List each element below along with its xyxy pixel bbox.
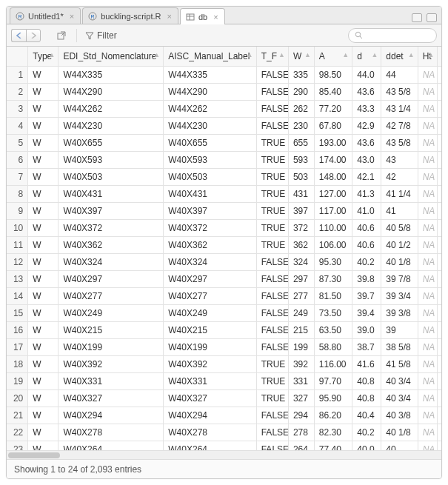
- cell: 297: [288, 270, 314, 287]
- cell: 40 3/8: [381, 407, 418, 424]
- table-row[interactable]: 6WW40X593W40X593TRUE593174.0043.043NANA: [7, 151, 441, 168]
- cell: 41 5/8: [381, 355, 418, 372]
- col-ht[interactable]: Ht▲: [418, 47, 438, 66]
- cell: 40.0: [352, 441, 381, 450]
- cell: W: [28, 321, 58, 338]
- table-row[interactable]: 1WW44X335W44X335FALSE33598.5044.044NANA: [7, 66, 441, 83]
- cell: 277: [288, 287, 314, 304]
- tab-buckling-script[interactable]: R buckling-script.R ×: [82, 7, 178, 24]
- cell: 40.2: [352, 424, 381, 441]
- table-row[interactable]: 12WW40X324W40X324FALSE32495.3040.240 1/8…: [7, 253, 441, 270]
- table-row[interactable]: 21WW40X294W40X294FALSE29486.2040.440 3/8…: [7, 407, 441, 424]
- close-icon[interactable]: ×: [167, 12, 171, 21]
- cell: FALSE: [256, 253, 288, 270]
- table-row[interactable]: 13WW40X297W40X297FALSE29787.3039.839 7/8…: [7, 270, 441, 287]
- cell: W40X593: [58, 151, 164, 168]
- table-row[interactable]: 3WW44X262W44X262FALSE26277.2043.343 1/4N…: [7, 100, 441, 117]
- cell: FALSE: [256, 321, 288, 338]
- table-row[interactable]: 9WW40X397W40X397TRUE397117.0041.041NANA: [7, 202, 441, 219]
- cell: NA: [418, 304, 438, 321]
- col-h[interactable]: h▲: [438, 47, 441, 66]
- col-rownum[interactable]: [7, 47, 28, 66]
- table-row[interactable]: 14WW40X277W40X277FALSE27781.5039.739 3/4…: [7, 287, 441, 304]
- table-row[interactable]: 19WW40X331W40X331TRUE33197.7040.840 3/4N…: [7, 372, 441, 389]
- cell: NA: [438, 151, 441, 168]
- col-a[interactable]: A▲: [314, 47, 352, 66]
- horizontal-scrollbar[interactable]: [7, 450, 441, 459]
- col-d[interactable]: d▲: [352, 47, 381, 66]
- cell: 39 3/4: [381, 287, 418, 304]
- col-ddet[interactable]: ddet▲: [381, 47, 418, 66]
- cell: TRUE: [256, 134, 288, 151]
- table-row[interactable]: 22WW40X278W40X278FALSE27882.3040.240 1/8…: [7, 424, 441, 441]
- col-tf[interactable]: T_F▲: [256, 47, 288, 66]
- col-w[interactable]: W▲: [288, 47, 314, 66]
- cell: FALSE: [256, 407, 288, 424]
- cell: W: [28, 134, 58, 151]
- table-row[interactable]: 17WW40X199W40X199FALSE19958.8038.738 5/8…: [7, 338, 441, 355]
- cell: W: [28, 355, 58, 372]
- funnel-icon: [85, 31, 94, 40]
- cell: W40X324: [58, 253, 164, 270]
- cell: NA: [418, 168, 438, 185]
- r-script-icon: R: [87, 11, 98, 21]
- close-icon[interactable]: ×: [70, 12, 74, 21]
- cell: W: [28, 202, 58, 219]
- close-icon[interactable]: ×: [213, 13, 218, 21]
- tab-db[interactable]: db ×: [180, 8, 225, 24]
- cell: NA: [438, 134, 441, 151]
- forward-button[interactable]: [26, 29, 41, 42]
- table-row[interactable]: 5WW40X655W40X655TRUE655193.0043.643 5/8N…: [7, 134, 441, 151]
- cell: 503: [288, 168, 314, 185]
- cell: 18: [7, 355, 28, 372]
- cell: NA: [418, 219, 438, 236]
- cell: NA: [438, 389, 441, 407]
- cell: 43 5/8: [381, 83, 418, 100]
- cell: 9: [7, 202, 28, 219]
- table-row[interactable]: 23WW40X264W40X264FALSE26477.4040.040NANA: [7, 441, 441, 450]
- cell: W40X294: [58, 407, 164, 424]
- search-field[interactable]: [366, 30, 425, 41]
- col-type[interactable]: Type▲: [28, 47, 58, 66]
- cell: 44.0: [352, 66, 381, 83]
- table-row[interactable]: 15WW40X249W40X249FALSE24973.5039.439 3/8…: [7, 304, 441, 321]
- cell: NA: [438, 338, 441, 355]
- popout-icon[interactable]: [54, 29, 69, 42]
- toolbar: Filter: [7, 24, 441, 47]
- cell: 40.8: [352, 389, 381, 407]
- cell: NA: [418, 287, 438, 304]
- cell: 42: [381, 168, 418, 185]
- table-row[interactable]: 4WW44X230W44X230FALSE23067.8042.942 7/8N…: [7, 117, 441, 134]
- cell: W40X372: [164, 219, 256, 236]
- col-aisc[interactable]: AISC_Manual_Label▲: [164, 47, 256, 66]
- table-row[interactable]: 11WW40X362W40X362TRUE362106.0040.640 1/2…: [7, 236, 441, 253]
- svg-text:R: R: [91, 14, 95, 19]
- col-edi[interactable]: EDI_Std_Nomenclature▲: [58, 47, 164, 66]
- svg-line-9: [360, 36, 362, 39]
- table-row[interactable]: 10WW40X372W40X372TRUE372110.0040.640 5/8…: [7, 219, 441, 236]
- cell: W: [28, 168, 58, 185]
- table-row[interactable]: 18WW40X392W40X392TRUE392116.0041.641 5/8…: [7, 355, 441, 372]
- table-row[interactable]: 7WW40X503W40X503TRUE503148.0042.142NANA: [7, 168, 441, 185]
- search-input[interactable]: [348, 28, 437, 43]
- cell: NA: [438, 66, 441, 83]
- minimize-pane-icon[interactable]: [412, 13, 422, 22]
- table-row[interactable]: 2WW44X290W44X290FALSE29085.4043.643 5/8N…: [7, 83, 441, 100]
- table-row[interactable]: 16WW40X215W40X215FALSE21563.5039.039NANA: [7, 321, 441, 338]
- cell: 43.6: [352, 134, 381, 151]
- scrollbar-thumb[interactable]: [8, 452, 60, 458]
- sort-icon: ▲: [304, 51, 311, 58]
- cell: 40 3/4: [381, 372, 418, 389]
- cell: 262: [288, 100, 314, 117]
- tab-untitled1[interactable]: R Untitled1* ×: [10, 7, 81, 24]
- cell: 39.7: [352, 287, 381, 304]
- table-row[interactable]: 20WW40X327W40X327TRUE32795.9040.840 3/4N…: [7, 389, 441, 407]
- cell: 264: [288, 441, 314, 450]
- back-button[interactable]: [11, 29, 26, 42]
- cell: 14: [7, 287, 28, 304]
- cell: 4: [7, 117, 28, 134]
- cell: 39.8: [352, 270, 381, 287]
- table-row[interactable]: 8WW40X431W40X431TRUE431127.0041.341 1/4N…: [7, 185, 441, 202]
- maximize-pane-icon[interactable]: [427, 13, 437, 22]
- filter-button[interactable]: Filter: [85, 30, 117, 41]
